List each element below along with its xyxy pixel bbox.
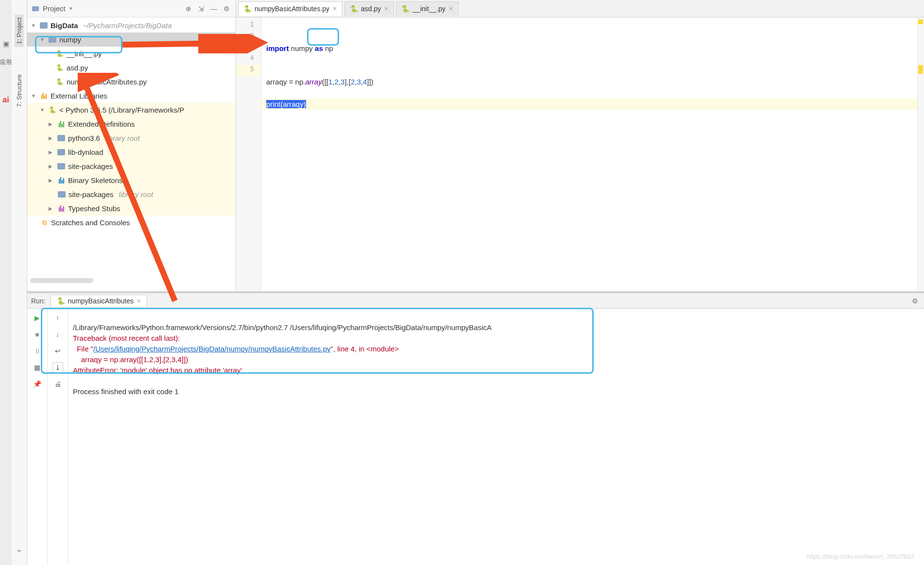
tree-numpy-attr[interactable]: 🐍 numpyBasicAttributes.py [27,75,236,89]
tab-init[interactable]: 🐍 __init__.py ✕ [396,1,459,16]
editor-body[interactable]: 1 2 3 4 5 import numpy as np arraqy = np… [236,17,924,291]
chevron-right-icon[interactable]: ▶ [49,121,54,127]
tree-python36[interactable]: ▶ python3.6 library root [27,131,236,145]
folder-icon [39,21,48,30]
folder-icon [57,134,66,143]
tree-sdk[interactable]: ▼ 🐍 < Python 3.6.5 (/Library/Frameworks/… [27,103,236,117]
pin-icon[interactable]: 📌 [32,379,43,389]
line-number: 1 [236,20,261,32]
root-name: BigData [51,21,78,30]
wrap-icon[interactable]: ↩ [52,346,63,356]
close-icon[interactable]: ✕ [448,5,453,12]
tab-numpy-attr[interactable]: 🐍 numpyBasicAttributes.py ✕ [238,1,342,16]
library-icon [57,120,66,129]
python-file-icon: 🐍 [55,64,64,72]
structure-icon: ▪▪ [15,546,24,555]
run-header: Run: 🐍 numpyBasicAttributes ✕ ⚙ [27,293,924,309]
project-pane-title[interactable]: Project [43,4,66,13]
chevron-down-icon[interactable]: ▼ [40,37,46,42]
rerun-button[interactable]: ▶ [32,313,43,323]
tree-binskel[interactable]: ▶ Binary Skeletons [27,173,236,187]
tree-ext-lib[interactable]: ▼ External Libraries [27,89,236,103]
tree-ext-def[interactable]: ▶ Extended Definitions [27,117,236,131]
chevron-down-icon[interactable]: ▼ [31,23,37,28]
tab-project[interactable]: 1: Project [15,15,24,47]
tree-asd[interactable]: 🐍 asd.py [27,61,236,75]
strip-warning[interactable] [918,65,923,74]
tree-numpy-dir[interactable]: ▼ numpy [27,33,236,47]
up-icon[interactable]: ↑ [52,313,63,323]
watermark: https://blog.csdn.net/weixin_39527812 [807,551,914,562]
down-icon[interactable]: ↓ [52,329,63,340]
close-icon[interactable]: ✕ [384,5,389,12]
settings-icon[interactable]: ⚙ [912,297,918,305]
console-file-link[interactable]: /Users/lifuqing/PycharmProjects/BigData/… [93,345,331,353]
print-icon[interactable]: 🖨 [52,379,63,389]
python-sdk-icon: 🐍 [48,106,57,115]
chevron-down-icon[interactable]: ▼ [31,93,37,99]
folder-icon [57,148,66,157]
chevron-right-icon[interactable]: ▶ [49,164,54,169]
python-file-icon: 🐍 [350,5,358,13]
locate-icon[interactable]: ⊕ [184,4,193,13]
folder-icon: ▣ [1,39,11,49]
layout-icon[interactable]: ▦ [32,362,43,373]
app-sidebar: ▣ 应用 ai [0,0,12,565]
run-toolbar-left: ▶ ■ ⏸ ▦ 📌 [27,309,48,565]
folder-icon [57,190,66,199]
run-label: Run: [31,297,46,305]
chevron-right-icon[interactable]: ▶ [49,135,54,141]
editor-area: 🐍 numpyBasicAttributes.py ✕ 🐍 asd.py ✕ 🐍… [236,0,924,291]
chevron-right-icon[interactable]: ▶ [49,150,54,155]
run-tab[interactable]: 🐍 numpyBasicAttributes ✕ [51,295,147,307]
line-number: 5 [236,65,261,76]
chevron-down-icon[interactable]: ▾ [69,5,72,12]
app-label: 应用 [0,58,12,66]
project-pane-header: Project ▾ ⊕ ⇲ — ⚙ [27,0,236,17]
editor-tabs: 🐍 numpyBasicAttributes.py ✕ 🐍 asd.py ✕ 🐍… [236,0,924,17]
run-pane: Run: 🐍 numpyBasicAttributes ✕ ⚙ ▶ ■ ⏸ ▦ … [27,291,924,565]
tree-sitepkg[interactable]: ▶ site-packages [27,159,236,173]
console-traceback: Traceback (most recent call last): [73,334,180,342]
tree-typeshed[interactable]: ▶ Typeshed Stubs [27,201,236,216]
close-icon[interactable]: ✕ [332,5,337,12]
console-output[interactable]: /Library/Frameworks/Python.framework/Ver… [68,309,924,565]
collapse-icon[interactable]: ⇲ [197,4,205,13]
code-content[interactable]: import numpy as np arraqy = np.array([[1… [261,17,924,291]
root-path: ~/PycharmProjects/BigData [83,21,172,30]
tree-init[interactable]: 🐍 __init__.py [27,47,236,61]
stop-button[interactable]: ■ [32,329,43,340]
tree-root[interactable]: ▼ BigData ~/PycharmProjects/BigData [27,18,236,33]
library-icon [57,204,66,213]
sep-icon: — [209,4,218,13]
editor-error-strip[interactable] [917,17,924,291]
settings-icon[interactable]: ⚙ [222,4,231,13]
pause-button[interactable]: ⏸ [32,346,43,356]
chevron-down-icon[interactable]: ▼ [40,107,46,113]
strip-warning[interactable] [918,19,923,24]
tool-window-bar: 1: Project 7: Structure ▪▪ [12,0,27,565]
project-bar-icon [32,6,39,11]
close-icon[interactable]: ✕ [137,298,141,304]
folder-icon [48,35,57,44]
line-number: 3 [236,43,261,54]
tab-structure[interactable]: 7: Structure [15,71,24,110]
library-icon [39,92,48,100]
chevron-right-icon[interactable]: ▶ [49,206,54,211]
chevron-right-icon[interactable]: ▶ [49,178,54,183]
scroll-icon[interactable]: ⤓ [52,362,63,373]
project-tree[interactable]: ▼ BigData ~/PycharmProjects/BigData ▼ nu… [27,17,236,291]
python-file-icon: 🐍 [57,297,65,305]
tree-sitepkg2[interactable]: site-packages library root [27,187,236,201]
scratches-icon: ⧉ [40,218,49,227]
tree-libdyn[interactable]: ▶ lib-dynload [27,145,236,159]
python-file-icon: 🐍 [401,5,410,13]
ai-label: ai [2,96,9,104]
line-number: 4 [236,54,261,65]
scrollbar-horizontal[interactable] [30,278,93,283]
tree-scratches[interactable]: ⧉ Scratches and Consoles [27,216,236,230]
folder-icon [57,162,66,171]
python-file-icon: 🐍 [55,50,64,58]
tab-asd[interactable]: 🐍 asd.py ✕ [344,1,394,16]
editor-gutter: 1 2 3 4 5 [236,17,261,291]
